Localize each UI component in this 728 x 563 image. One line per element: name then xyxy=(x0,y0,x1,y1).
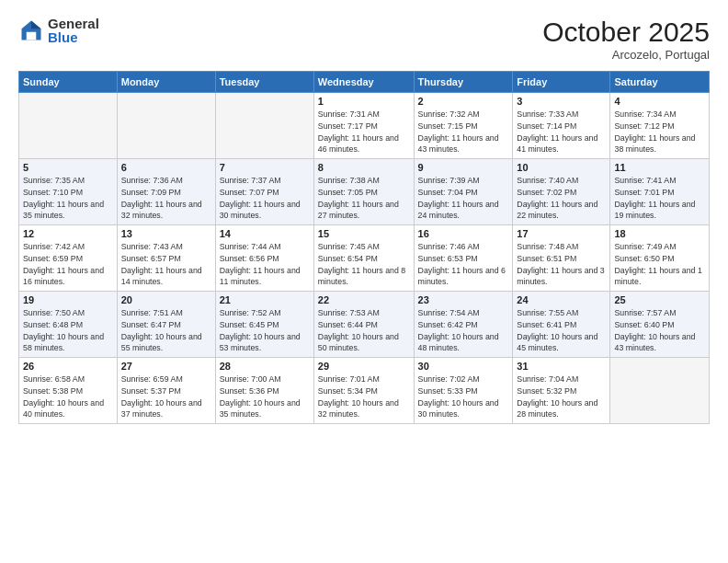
day-info: Sunrise: 7:00 AM Sunset: 5:36 PM Dayligh… xyxy=(220,373,310,420)
cell-w5-d6: 31Sunrise: 7:04 AM Sunset: 5:32 PM Dayli… xyxy=(513,358,610,424)
day-info: Sunrise: 7:49 AM Sunset: 6:50 PM Dayligh… xyxy=(614,241,705,288)
cell-w5-d1: 26Sunrise: 6:58 AM Sunset: 5:38 PM Dayli… xyxy=(19,358,118,424)
day-info: Sunrise: 7:40 AM Sunset: 7:02 PM Dayligh… xyxy=(517,175,606,222)
cell-w5-d5: 30Sunrise: 7:02 AM Sunset: 5:33 PM Dayli… xyxy=(414,358,513,424)
cell-w4-d5: 23Sunrise: 7:54 AM Sunset: 6:42 PM Dayli… xyxy=(414,292,513,358)
cell-w1-d6: 3Sunrise: 7:33 AM Sunset: 7:14 PM Daylig… xyxy=(513,93,610,159)
cell-w3-d5: 16Sunrise: 7:46 AM Sunset: 6:53 PM Dayli… xyxy=(414,225,513,292)
day-info: Sunrise: 7:52 AM Sunset: 6:45 PM Dayligh… xyxy=(220,307,310,354)
week-row-5: 26Sunrise: 6:58 AM Sunset: 5:38 PM Dayli… xyxy=(19,358,710,424)
header-thursday: Thursday xyxy=(414,72,513,93)
day-number: 10 xyxy=(517,162,606,173)
cell-w3-d2: 13Sunrise: 7:43 AM Sunset: 6:57 PM Dayli… xyxy=(117,225,215,292)
day-number: 30 xyxy=(418,361,509,372)
day-number: 3 xyxy=(517,96,606,107)
cell-w3-d4: 15Sunrise: 7:45 AM Sunset: 6:54 PM Dayli… xyxy=(313,225,414,292)
day-info: Sunrise: 7:34 AM Sunset: 7:12 PM Dayligh… xyxy=(614,109,705,155)
day-info: Sunrise: 7:36 AM Sunset: 7:09 PM Dayligh… xyxy=(121,175,211,222)
cell-w1-d3 xyxy=(215,93,313,159)
day-number: 25 xyxy=(614,294,705,305)
cell-w5-d4: 29Sunrise: 7:01 AM Sunset: 5:34 PM Dayli… xyxy=(313,358,414,424)
cell-w1-d1 xyxy=(19,93,118,159)
header-monday: Monday xyxy=(117,72,215,93)
cell-w2-d2: 6Sunrise: 7:36 AM Sunset: 7:09 PM Daylig… xyxy=(117,159,215,225)
day-number: 18 xyxy=(614,228,705,239)
day-number: 9 xyxy=(418,162,509,173)
svg-rect-2 xyxy=(27,32,37,40)
day-info: Sunrise: 7:35 AM Sunset: 7:10 PM Dayligh… xyxy=(23,175,113,222)
svg-marker-1 xyxy=(31,21,41,29)
day-number: 24 xyxy=(517,294,606,305)
cell-w3-d7: 18Sunrise: 7:49 AM Sunset: 6:50 PM Dayli… xyxy=(610,225,710,292)
day-info: Sunrise: 7:53 AM Sunset: 6:44 PM Dayligh… xyxy=(318,307,410,354)
cell-w1-d5: 2Sunrise: 7:32 AM Sunset: 7:15 PM Daylig… xyxy=(414,93,513,159)
cell-w3-d3: 14Sunrise: 7:44 AM Sunset: 6:56 PM Dayli… xyxy=(215,225,313,292)
header-tuesday: Tuesday xyxy=(215,72,313,93)
day-number: 2 xyxy=(418,96,509,107)
cell-w2-d6: 10Sunrise: 7:40 AM Sunset: 7:02 PM Dayli… xyxy=(513,159,610,225)
calendar-table: Sunday Monday Tuesday Wednesday Thursday… xyxy=(18,71,710,424)
cell-w3-d1: 12Sunrise: 7:42 AM Sunset: 6:59 PM Dayli… xyxy=(19,225,118,292)
day-info: Sunrise: 7:01 AM Sunset: 5:34 PM Dayligh… xyxy=(318,373,410,420)
day-info: Sunrise: 7:41 AM Sunset: 7:01 PM Dayligh… xyxy=(614,175,705,222)
day-number: 1 xyxy=(318,96,410,107)
cell-w4-d1: 19Sunrise: 7:50 AM Sunset: 6:48 PM Dayli… xyxy=(19,292,118,358)
cell-w1-d2 xyxy=(117,93,215,159)
cell-w4-d6: 24Sunrise: 7:55 AM Sunset: 6:41 PM Dayli… xyxy=(513,292,610,358)
day-info: Sunrise: 7:57 AM Sunset: 6:40 PM Dayligh… xyxy=(614,307,705,354)
day-number: 14 xyxy=(220,228,310,239)
day-number: 27 xyxy=(121,361,211,372)
day-info: Sunrise: 7:31 AM Sunset: 7:17 PM Dayligh… xyxy=(318,109,410,155)
cell-w3-d6: 17Sunrise: 7:48 AM Sunset: 6:51 PM Dayli… xyxy=(513,225,610,292)
cell-w2-d5: 9Sunrise: 7:39 AM Sunset: 7:04 PM Daylig… xyxy=(414,159,513,225)
day-number: 20 xyxy=(121,294,211,305)
cell-w4-d7: 25Sunrise: 7:57 AM Sunset: 6:40 PM Dayli… xyxy=(610,292,710,358)
day-number: 7 xyxy=(220,162,310,173)
day-number: 28 xyxy=(220,361,310,372)
header-wednesday: Wednesday xyxy=(313,72,414,93)
day-info: Sunrise: 7:44 AM Sunset: 6:56 PM Dayligh… xyxy=(220,241,310,288)
title-block: October 2025 Arcozelo, Portugal xyxy=(542,17,710,62)
day-number: 15 xyxy=(318,228,410,239)
cell-w1-d4: 1Sunrise: 7:31 AM Sunset: 7:17 PM Daylig… xyxy=(313,93,414,159)
day-number: 21 xyxy=(220,294,310,305)
cell-w2-d4: 8Sunrise: 7:38 AM Sunset: 7:05 PM Daylig… xyxy=(313,159,414,225)
cell-w2-d3: 7Sunrise: 7:37 AM Sunset: 7:07 PM Daylig… xyxy=(215,159,313,225)
cell-w5-d3: 28Sunrise: 7:00 AM Sunset: 5:36 PM Dayli… xyxy=(215,358,313,424)
day-number: 17 xyxy=(517,228,606,239)
day-number: 23 xyxy=(418,294,509,305)
month-title: October 2025 xyxy=(542,17,710,48)
day-info: Sunrise: 7:48 AM Sunset: 6:51 PM Dayligh… xyxy=(517,241,606,288)
day-info: Sunrise: 7:39 AM Sunset: 7:04 PM Dayligh… xyxy=(418,175,509,222)
day-info: Sunrise: 7:37 AM Sunset: 7:07 PM Dayligh… xyxy=(220,175,310,222)
header: General Blue October 2025 Arcozelo, Port… xyxy=(18,17,710,62)
week-row-3: 12Sunrise: 7:42 AM Sunset: 6:59 PM Dayli… xyxy=(19,225,710,292)
week-row-1: 1Sunrise: 7:31 AM Sunset: 7:17 PM Daylig… xyxy=(19,93,710,159)
cell-w4-d2: 20Sunrise: 7:51 AM Sunset: 6:47 PM Dayli… xyxy=(117,292,215,358)
day-number: 8 xyxy=(318,162,410,173)
logo-icon xyxy=(18,17,44,43)
cell-w5-d7 xyxy=(610,358,710,424)
day-number: 11 xyxy=(614,162,705,173)
day-number: 31 xyxy=(517,361,606,372)
week-row-2: 5Sunrise: 7:35 AM Sunset: 7:10 PM Daylig… xyxy=(19,159,710,225)
day-number: 26 xyxy=(23,361,113,372)
logo: General Blue xyxy=(18,17,99,44)
day-info: Sunrise: 7:32 AM Sunset: 7:15 PM Dayligh… xyxy=(418,109,509,155)
day-info: Sunrise: 7:50 AM Sunset: 6:48 PM Dayligh… xyxy=(23,307,113,354)
day-info: Sunrise: 7:55 AM Sunset: 6:41 PM Dayligh… xyxy=(517,307,606,354)
day-number: 6 xyxy=(121,162,211,173)
day-info: Sunrise: 7:33 AM Sunset: 7:14 PM Dayligh… xyxy=(517,109,606,155)
day-number: 4 xyxy=(614,96,705,107)
day-info: Sunrise: 7:02 AM Sunset: 5:33 PM Dayligh… xyxy=(418,373,509,420)
day-number: 29 xyxy=(318,361,410,372)
day-info: Sunrise: 7:42 AM Sunset: 6:59 PM Dayligh… xyxy=(23,241,113,288)
week-row-4: 19Sunrise: 7:50 AM Sunset: 6:48 PM Dayli… xyxy=(19,292,710,358)
day-number: 16 xyxy=(418,228,509,239)
cell-w4-d4: 22Sunrise: 7:53 AM Sunset: 6:44 PM Dayli… xyxy=(313,292,414,358)
day-info: Sunrise: 7:45 AM Sunset: 6:54 PM Dayligh… xyxy=(318,241,410,288)
day-info: Sunrise: 7:54 AM Sunset: 6:42 PM Dayligh… xyxy=(418,307,509,354)
logo-text: General Blue xyxy=(48,17,99,44)
day-number: 22 xyxy=(318,294,410,305)
location-subtitle: Arcozelo, Portugal xyxy=(542,48,710,62)
